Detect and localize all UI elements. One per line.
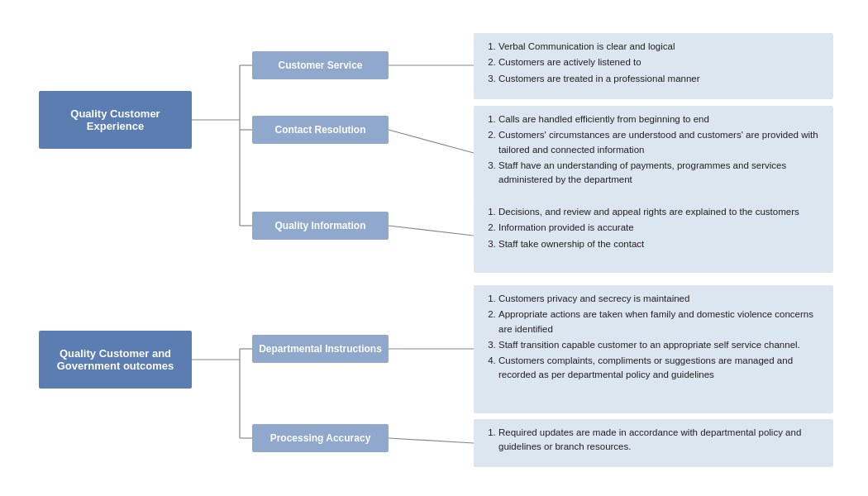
category-quality-customer-government: Quality Customer and Government outcomes: [39, 331, 192, 389]
detail-processing-accuracy: Required updates are made in accordance …: [474, 419, 833, 467]
subcategory-customer-service: Customer Service: [252, 51, 389, 79]
svg-line-7: [389, 226, 474, 236]
subcategory-contact-resolution: Contact Resolution: [252, 116, 389, 144]
detail-departmental-instructions: Customers privacy and secrecy is maintai…: [474, 285, 833, 413]
detail-quality-information: Decisions, and review and appeal rights …: [474, 198, 833, 273]
svg-line-13: [389, 438, 474, 443]
detail-customer-service: Verbal Communication is clear and logica…: [474, 33, 833, 99]
detail-contact-resolution: Calls are handled efficiently from begin…: [474, 106, 833, 201]
subcategory-processing-accuracy: Processing Accuracy: [252, 424, 389, 452]
subcategory-quality-information: Quality Information: [252, 212, 389, 240]
diagram: Quality Customer Experience Quality Cust…: [0, 0, 868, 496]
svg-line-6: [389, 130, 474, 153]
subcategory-departmental-instructions: Departmental Instructions: [252, 335, 389, 363]
category-quality-customer-experience: Quality Customer Experience: [39, 91, 192, 149]
